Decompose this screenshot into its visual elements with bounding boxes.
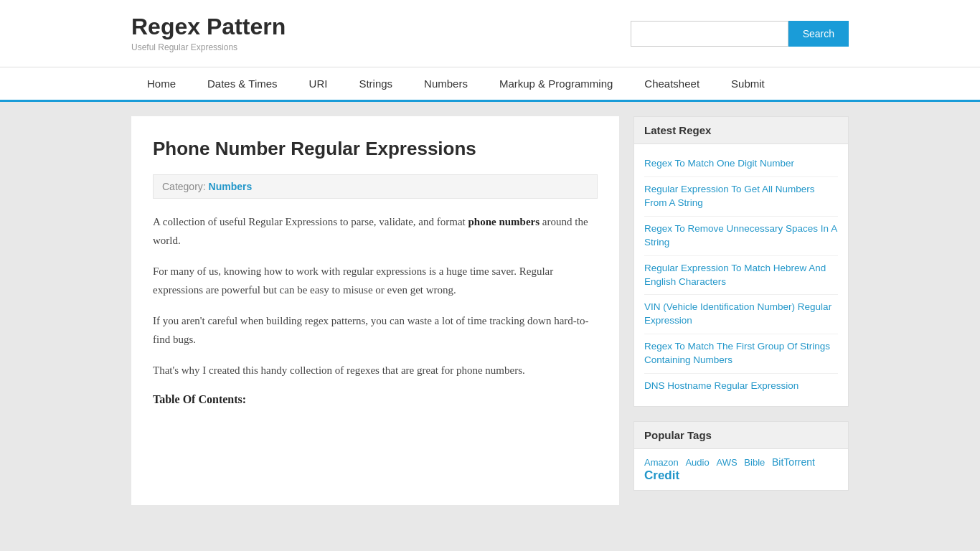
nav-item-submit[interactable]: Submit (715, 67, 781, 100)
popular-tags-widget: Popular Tags Amazon Audio AWS Bible BitT… (633, 421, 849, 491)
site-header: Regex Pattern Useful Regular Expressions… (0, 0, 980, 67)
paragraph-4: That's why I created this handy collecti… (153, 362, 598, 380)
site-tagline: Useful Regular Expressions (131, 42, 286, 52)
tag-aws[interactable]: AWS (716, 457, 737, 468)
latest-regex-link-1[interactable]: Regex To Match One Digit Number (644, 158, 794, 169)
main-wrapper: Phone Number Regular Expressions Categor… (117, 116, 863, 505)
site-branding: Regex Pattern Useful Regular Expressions (131, 14, 286, 52)
latest-regex-link-7[interactable]: DNS Hostname Regular Expression (644, 380, 798, 391)
popular-tags-title: Popular Tags (633, 421, 849, 449)
sidebar: Latest Regex Regex To Match One Digit Nu… (633, 116, 849, 505)
search-form: Search (631, 21, 849, 47)
main-nav: Home Dates & Times URI Strings Numbers M… (0, 67, 980, 102)
nav-item-numbers[interactable]: Numbers (408, 67, 484, 100)
content-area: Phone Number Regular Expressions Categor… (131, 116, 619, 505)
popular-tags-content: Amazon Audio AWS Bible BitTorrent Credit (633, 449, 849, 491)
search-button[interactable]: Search (788, 21, 849, 47)
site-title: Regex Pattern (131, 14, 286, 39)
nav-item-cheatsheet[interactable]: Cheatsheet (628, 67, 715, 100)
nav-item-markup[interactable]: Markup & Programming (484, 67, 628, 100)
latest-regex-widget: Latest Regex Regex To Match One Digit Nu… (633, 116, 849, 407)
tag-bible[interactable]: Bible (744, 457, 765, 468)
list-item: VIN (Vehicle Identification Number) Regu… (644, 295, 838, 334)
latest-regex-title: Latest Regex (633, 116, 849, 144)
list-item: Regex To Remove Unnecessary Spaces In A … (644, 217, 838, 256)
paragraph-3: If you aren't careful when building rege… (153, 312, 598, 349)
bold-phone-numbers: phone numbers (468, 216, 540, 227)
nav-item-dates-times[interactable]: Dates & Times (192, 67, 293, 100)
list-item: Regular Expression To Match Hebrew And E… (644, 256, 838, 296)
tag-credit[interactable]: Credit (644, 468, 679, 482)
toc-heading: Table Of Contents: (153, 393, 598, 406)
nav-item-strings[interactable]: Strings (343, 67, 408, 100)
tag-audio[interactable]: Audio (685, 457, 709, 468)
paragraph-1: A collection of useful Regular Expressio… (153, 213, 598, 250)
latest-regex-list-container: Regex To Match One Digit Number Regular … (633, 144, 849, 407)
category-label: Category: (162, 181, 206, 192)
nav-item-uri[interactable]: URI (293, 67, 344, 100)
tag-bittorrent[interactable]: BitTorrent (772, 456, 815, 468)
nav-item-home[interactable]: Home (131, 67, 192, 100)
latest-regex-link-5[interactable]: VIN (Vehicle Identification Number) Regu… (644, 301, 831, 326)
page-title: Phone Number Regular Expressions (153, 138, 598, 160)
latest-regex-link-2[interactable]: Regular Expression To Get All Numbers Fr… (644, 184, 815, 208)
list-item: Regular Expression To Get All Numbers Fr… (644, 177, 838, 217)
category-link[interactable]: Numbers (209, 181, 253, 192)
paragraph-2: For many of us, knowing how to work with… (153, 263, 598, 299)
list-item: Regex To Match The First Group Of String… (644, 334, 838, 374)
list-item: DNS Hostname Regular Expression (644, 374, 838, 399)
latest-regex-list: Regex To Match One Digit Number Regular … (644, 151, 838, 399)
list-item: Regex To Match One Digit Number (644, 151, 838, 177)
latest-regex-link-3[interactable]: Regex To Remove Unnecessary Spaces In A … (644, 223, 837, 248)
search-input[interactable] (631, 21, 788, 47)
tag-amazon[interactable]: Amazon (644, 457, 679, 468)
latest-regex-link-4[interactable]: Regular Expression To Match Hebrew And E… (644, 263, 826, 287)
latest-regex-link-6[interactable]: Regex To Match The First Group Of String… (644, 341, 830, 365)
category-bar: Category: Numbers (153, 174, 598, 199)
